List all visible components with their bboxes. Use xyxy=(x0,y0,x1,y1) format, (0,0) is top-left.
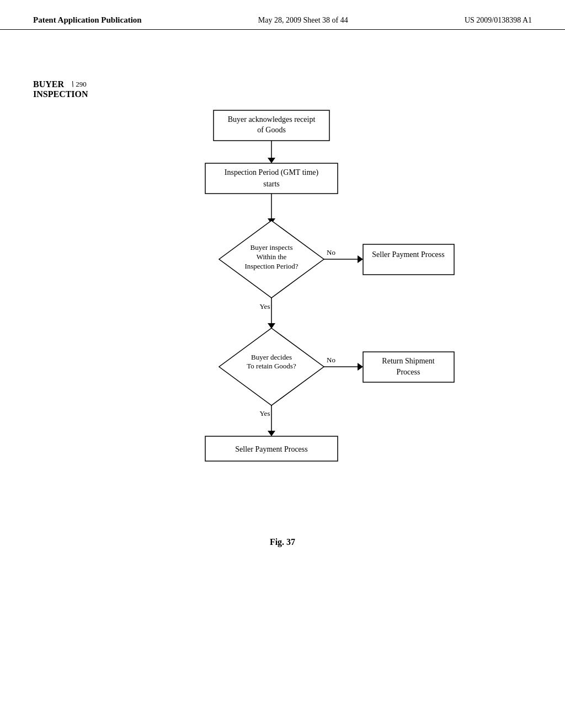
section-label: BUYER ∖ 290 INSPECTION xyxy=(33,79,88,99)
no2-label: No xyxy=(327,356,335,364)
header-right: US 2009/0138398 A1 xyxy=(465,16,532,25)
ref-number: ∖ 290 xyxy=(70,80,87,89)
seller-payment-1: Seller Payment Process xyxy=(372,250,444,259)
box1-line1: Buyer acknowledges receipt xyxy=(228,115,316,124)
box2-line2: starts xyxy=(263,180,280,188)
flowchart-svg: Buyer acknowledges receipt of Goods Insp… xyxy=(89,105,476,524)
arrowhead1 xyxy=(268,158,275,163)
header-left: Patent Application Publication xyxy=(33,15,142,25)
box2-line1: Inspection Period (GMT time) xyxy=(225,168,319,177)
buyer-label: BUYER xyxy=(33,79,64,89)
no1-label: No xyxy=(327,248,335,256)
seller-payment-bottom: Seller Payment Process xyxy=(235,445,307,453)
page-header: Patent Application Publication May 28, 2… xyxy=(0,0,565,30)
diamond1-text3: Inspection Period? xyxy=(244,262,298,270)
yes2-label: Yes xyxy=(260,409,270,417)
return-shipment-2: Process xyxy=(397,368,420,376)
arrowhead-yes2 xyxy=(268,431,275,436)
diamond1-text2: Within the xyxy=(257,253,287,261)
diamond1-text1: Buyer inspects xyxy=(250,243,293,251)
diamond2-text2: To retain Goods? xyxy=(247,362,296,370)
figure-label: Fig. 37 xyxy=(33,537,532,547)
flowchart-diagram: Buyer acknowledges receipt of Goods Insp… xyxy=(89,105,476,526)
page-content: BUYER ∖ 290 INSPECTION Buyer acknowledge… xyxy=(0,30,565,569)
arrowhead-no1 xyxy=(358,255,363,263)
return-shipment-1: Return Shipment xyxy=(382,357,434,365)
box1-line2: of Goods xyxy=(257,126,286,134)
inspection-label: INSPECTION xyxy=(33,89,88,99)
svg-rect-2 xyxy=(363,244,454,275)
diamond2-text1: Buyer decides xyxy=(251,353,292,361)
arrowhead-no2 xyxy=(358,363,363,371)
header-center: May 28, 2009 Sheet 38 of 44 xyxy=(258,16,348,25)
yes1-label: Yes xyxy=(260,302,270,311)
